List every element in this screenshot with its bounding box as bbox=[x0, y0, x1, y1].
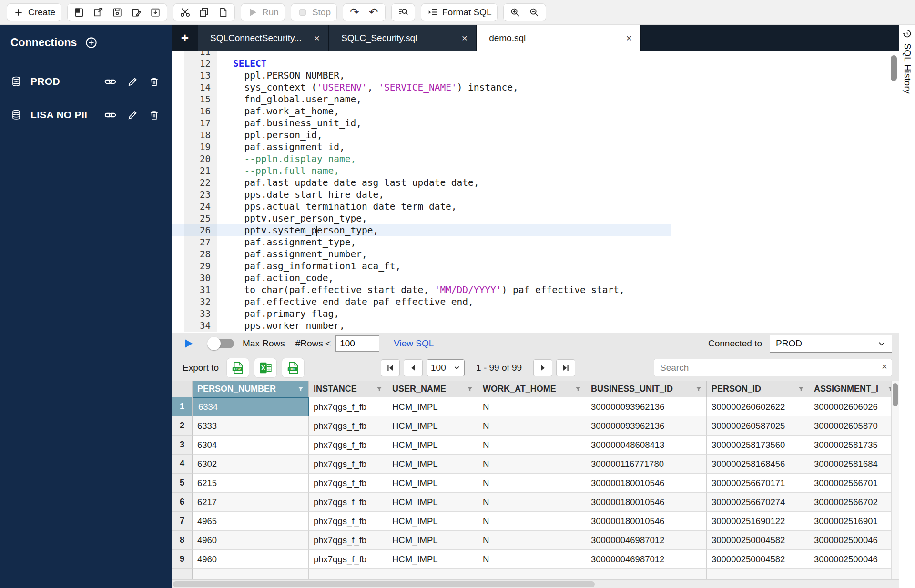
column-header-user_name[interactable]: USER_NAME bbox=[387, 381, 478, 397]
code-line[interactable]: 25 pptv.user_person_type, bbox=[172, 213, 671, 224]
table-cell[interactable]: 6334 bbox=[193, 397, 309, 416]
cut-icon[interactable] bbox=[179, 7, 191, 18]
table-cell[interactable]: 300000260602622 bbox=[707, 397, 809, 416]
code-line[interactable]: 13 ppl.PERSON_NUMBER, bbox=[172, 70, 671, 81]
table-cell[interactable]: 3000002566702 bbox=[809, 493, 899, 512]
table-cell[interactable]: HCM_IMPL bbox=[387, 531, 478, 550]
table-cell[interactable]: 4960 bbox=[193, 531, 309, 550]
table-cell[interactable]: 6217 bbox=[193, 493, 309, 512]
table-cell[interactable]: phx7qgs_f_fb bbox=[309, 474, 387, 493]
table-cell[interactable]: 300000258173560 bbox=[707, 436, 809, 455]
table-cell[interactable]: 6215 bbox=[193, 474, 309, 493]
table-cell[interactable]: HCM_IMPL bbox=[387, 493, 478, 512]
table-cell[interactable]: 3000002500046 bbox=[809, 531, 899, 550]
row-number[interactable]: 1 bbox=[172, 397, 193, 416]
grid-vertical-scrollbar[interactable] bbox=[891, 381, 899, 579]
editor-scrollbar[interactable] bbox=[891, 55, 897, 81]
code-line[interactable]: 34 pps.worker_number, bbox=[172, 320, 671, 332]
first-page-button[interactable] bbox=[381, 359, 400, 376]
add-connection-button[interactable] bbox=[85, 36, 98, 49]
code-line[interactable]: 17 paf.business_unit_id, bbox=[172, 117, 671, 129]
table-row[interactable]: 94960phx7qgs_f_fbHCM_IMPLN30000004698701… bbox=[172, 550, 899, 569]
filter-icon[interactable] bbox=[695, 385, 702, 393]
code-line[interactable]: 33 paf.primary_flag, bbox=[172, 308, 671, 320]
table-cell[interactable]: N bbox=[478, 531, 586, 550]
code-line[interactable]: 20 --ppln.display_name, bbox=[172, 153, 671, 165]
column-header-instance[interactable]: INSTANCE bbox=[309, 381, 387, 397]
row-number[interactable]: 4 bbox=[172, 455, 193, 474]
row-number[interactable]: 2 bbox=[172, 416, 193, 436]
filter-icon[interactable] bbox=[797, 385, 805, 393]
delete-connection-icon[interactable] bbox=[149, 76, 160, 87]
table-row[interactable]: 36304phx7qgs_f_fbHCM_IMPLN30000004860841… bbox=[172, 436, 899, 455]
table-cell[interactable]: 3000002566701 bbox=[809, 474, 899, 493]
save-all-button[interactable] bbox=[150, 7, 161, 18]
code-line[interactable]: 21 --ppln.full_name, bbox=[172, 165, 671, 177]
table-cell[interactable]: 300000048608413 bbox=[586, 436, 707, 455]
table-cell[interactable]: HCM_IMPL bbox=[387, 455, 478, 474]
code-line[interactable]: 11 bbox=[172, 51, 671, 58]
table-cell[interactable]: 300000250004582 bbox=[707, 531, 809, 550]
code-line[interactable]: 29 paf.asg_information1 aca_ft, bbox=[172, 260, 671, 272]
code-line[interactable]: 22 paf.last_update_date asg_last_update_… bbox=[172, 177, 671, 189]
connect-link-icon[interactable] bbox=[104, 75, 117, 88]
table-cell[interactable]: N bbox=[478, 397, 586, 416]
table-cell[interactable] bbox=[809, 569, 899, 579]
delete-connection-icon[interactable] bbox=[149, 110, 160, 121]
column-header-assignment_i[interactable]: ASSIGNMENT_I bbox=[809, 381, 899, 397]
table-cell[interactable]: HCM_IMPL bbox=[387, 416, 478, 436]
table-cell[interactable]: 300000093962136 bbox=[586, 416, 707, 436]
table-cell[interactable]: phx7qgs_f_fb bbox=[309, 531, 387, 550]
table-cell[interactable]: 3000002581735 bbox=[809, 436, 899, 455]
table-cell[interactable] bbox=[309, 569, 387, 579]
prev-page-button[interactable] bbox=[404, 359, 423, 376]
tab-close-icon[interactable]: × bbox=[314, 32, 320, 44]
code-line[interactable]: 30 paf.action_code, bbox=[172, 272, 671, 284]
table-cell[interactable]: phx7qgs_f_fb bbox=[309, 455, 387, 474]
next-page-button[interactable] bbox=[533, 359, 552, 376]
save-as-button[interactable] bbox=[131, 7, 142, 18]
table-cell[interactable]: HCM_IMPL bbox=[387, 397, 478, 416]
table-cell[interactable]: 3000002605870 bbox=[809, 416, 899, 436]
table-cell[interactable]: N bbox=[478, 550, 586, 569]
table-row[interactable]: 84960phx7qgs_f_fbHCM_IMPLN30000004698701… bbox=[172, 531, 899, 550]
export-csv-button[interactable]: CSV bbox=[226, 358, 249, 378]
table-cell[interactable]: HCM_IMPL bbox=[387, 512, 478, 531]
redo-icon[interactable]: ↷ bbox=[349, 7, 360, 18]
row-number[interactable]: 9 bbox=[172, 550, 193, 569]
table-cell[interactable]: HCM_IMPL bbox=[387, 550, 478, 569]
grid-horizontal-thumb[interactable] bbox=[173, 581, 595, 587]
table-row[interactable]: 46302phx7qgs_f_fbHCM_IMPLN30000011677178… bbox=[172, 455, 899, 474]
grid-vertical-thumb[interactable] bbox=[893, 383, 898, 406]
find-in-text-icon[interactable] bbox=[397, 7, 409, 18]
row-number[interactable]: 8 bbox=[172, 531, 193, 550]
connection-row[interactable]: PROD bbox=[0, 72, 172, 91]
table-cell[interactable]: 3000002516901 bbox=[809, 512, 899, 531]
table-cell[interactable]: phx7qgs_f_fb bbox=[309, 397, 387, 416]
code-line[interactable]: 16 paf.work_at_home, bbox=[172, 105, 671, 117]
table-cell[interactable]: 300000250004582 bbox=[707, 550, 809, 569]
format-sql-button[interactable]: Format SQL bbox=[427, 7, 491, 18]
filter-icon[interactable] bbox=[466, 385, 474, 393]
tab-sqlconnectsecurity[interactable]: SQLConnectSecurity...× bbox=[198, 25, 329, 51]
table-cell[interactable]: 6333 bbox=[193, 416, 309, 436]
code-line[interactable]: 23 pps.date_start hire_date, bbox=[172, 189, 671, 201]
code-line[interactable]: 14 sys_context ('USERENV', 'SERVICE_NAME… bbox=[172, 81, 671, 93]
code-line[interactable]: 27 paf.assignment_type, bbox=[172, 236, 671, 248]
column-header-person_number[interactable]: PERSON_NUMBER bbox=[193, 381, 309, 397]
table-row[interactable]: 16334phx7qgs_f_fbHCM_IMPLN30000009396213… bbox=[172, 397, 899, 416]
column-header-business_unit_id[interactable]: BUSINESS_UNIT_ID bbox=[586, 381, 707, 397]
table-cell[interactable]: 300000180010546 bbox=[586, 493, 707, 512]
table-row[interactable]: 56215phx7qgs_f_fbHCM_IMPLN30000018001054… bbox=[172, 474, 899, 493]
table-cell[interactable]: 4960 bbox=[193, 550, 309, 569]
code-line[interactable]: 28 paf.assignment_number, bbox=[172, 248, 671, 260]
table-cell[interactable] bbox=[193, 569, 309, 579]
tab-sqlc-security-sql[interactable]: SQLC_Security.sql× bbox=[329, 25, 477, 51]
table-cell[interactable] bbox=[387, 569, 478, 579]
row-number[interactable]: 6 bbox=[172, 493, 193, 512]
table-cell[interactable]: HCM_IMPL bbox=[387, 474, 478, 493]
zoom-out-icon[interactable] bbox=[529, 7, 540, 18]
table-row[interactable] bbox=[172, 569, 899, 579]
filter-icon[interactable] bbox=[376, 385, 383, 393]
last-page-button[interactable] bbox=[556, 359, 575, 376]
